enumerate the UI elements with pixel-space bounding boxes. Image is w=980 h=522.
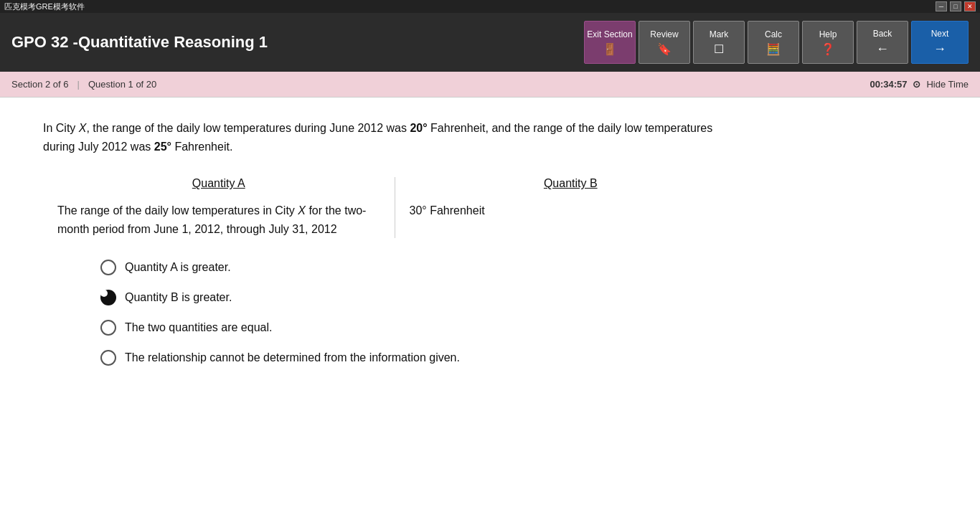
quantity-a-city-var: X [298, 204, 306, 217]
help-button[interactable]: Help ❓ [802, 21, 854, 64]
status-left: Section 2 of 6 | Question 1 of 20 [11, 79, 156, 90]
radio-a[interactable] [100, 260, 116, 275]
choice-b-item[interactable]: Quantity B is greater. [100, 290, 746, 305]
quantity-a-col: Quantity A The range of the daily low te… [43, 177, 395, 238]
page-title: GPO 32 -Quantitative Reasoning 1 [11, 33, 268, 52]
city-var: X [79, 122, 87, 134]
question-text-part2: , the range of the daily low temperature… [86, 122, 410, 134]
header: GPO 32 -Quantitative Reasoning 1 Exit Se… [0, 13, 980, 72]
main-content: In City X, the range of the daily low te… [0, 98, 789, 394]
choice-b-label: Quantity B is greater. [125, 291, 232, 304]
back-arrow-icon: ← [876, 42, 889, 57]
minimize-button[interactable]: ─ [936, 1, 947, 11]
july-range: 25° [154, 141, 171, 153]
choice-d-label: The relationship cannot be determined fr… [125, 351, 460, 364]
exit-section-icon: 🚪 [603, 42, 617, 56]
quantity-b-value: 30° Fahrenheit [410, 204, 485, 217]
radio-d[interactable] [100, 350, 116, 366]
quantity-a-text-part1: The range of the daily low temperatures … [57, 204, 298, 217]
calc-button[interactable]: Calc 🧮 [748, 21, 799, 64]
june-range: 20° [410, 122, 427, 134]
exit-section-button[interactable]: Exit Section 🚪 [584, 21, 636, 64]
quantity-a-header: Quantity A [57, 177, 380, 190]
choice-d-item[interactable]: The relationship cannot be determined fr… [100, 350, 746, 366]
section-info: Section 2 of 6 [11, 79, 69, 90]
quantity-b-header: Quantity B [410, 177, 732, 190]
window-controls: ─ □ ✕ [936, 1, 976, 11]
app-title: 匹克模考GRE模考软件 [4, 1, 85, 12]
status-right: 00:34:57 ⊙ Hide Time [870, 79, 969, 90]
close-button[interactable]: ✕ [964, 1, 976, 11]
question-text: In City X, the range of the daily low te… [43, 119, 746, 156]
title-bar: 匹克模考GRE模考软件 ─ □ ✕ [0, 0, 980, 13]
choice-a-item[interactable]: Quantity A is greater. [100, 260, 746, 275]
bookmark-icon: 🔖 [657, 42, 672, 56]
hide-time-button[interactable]: Hide Time [926, 79, 969, 90]
quantities-container: Quantity A The range of the daily low te… [43, 177, 746, 238]
mark-label: Mark [710, 29, 729, 39]
next-button[interactable]: Next → [911, 21, 969, 64]
answer-choices: Quantity A is greater. Quantity B is gre… [100, 260, 746, 366]
quantity-a-body: The range of the daily low temperatures … [57, 201, 380, 238]
maximize-button[interactable]: □ [950, 1, 961, 11]
back-label: Back [873, 29, 892, 39]
choice-a-label: Quantity A is greater. [125, 261, 231, 274]
question-info: Question 1 of 20 [88, 79, 156, 90]
choice-c-item[interactable]: The two quantities are equal. [100, 320, 746, 336]
status-bar: Section 2 of 6 | Question 1 of 20 00:34:… [0, 72, 980, 98]
exit-section-label: Exit Section [587, 29, 632, 39]
calc-label: Calc [765, 29, 782, 39]
review-label: Review [650, 29, 678, 39]
next-arrow-icon: → [933, 42, 946, 57]
calculator-icon: 🧮 [766, 42, 781, 56]
next-label: Next [931, 29, 949, 39]
checkbox-icon: ☐ [714, 42, 724, 56]
review-button[interactable]: Review 🔖 [639, 21, 690, 64]
help-icon: ❓ [821, 42, 835, 56]
timer-display: 00:34:57 [870, 79, 907, 90]
status-separator: | [77, 79, 80, 90]
header-buttons: Exit Section 🚪 Review 🔖 Mark ☐ Calc 🧮 He… [584, 21, 969, 64]
radio-b[interactable] [100, 290, 116, 305]
clock-icon: ⊙ [913, 79, 920, 90]
back-button[interactable]: Back ← [857, 21, 908, 64]
question-text-part1: In City [43, 122, 79, 134]
quantity-b-body: 30° Fahrenheit [410, 201, 732, 220]
help-label: Help [819, 29, 837, 39]
quantity-b-col: Quantity B 30° Fahrenheit [395, 177, 747, 238]
radio-c[interactable] [100, 320, 116, 336]
mark-button[interactable]: Mark ☐ [693, 21, 745, 64]
question-text-part4: Fahrenheit. [171, 141, 232, 153]
radio-b-inner [100, 290, 108, 297]
choice-c-label: The two quantities are equal. [125, 321, 272, 334]
